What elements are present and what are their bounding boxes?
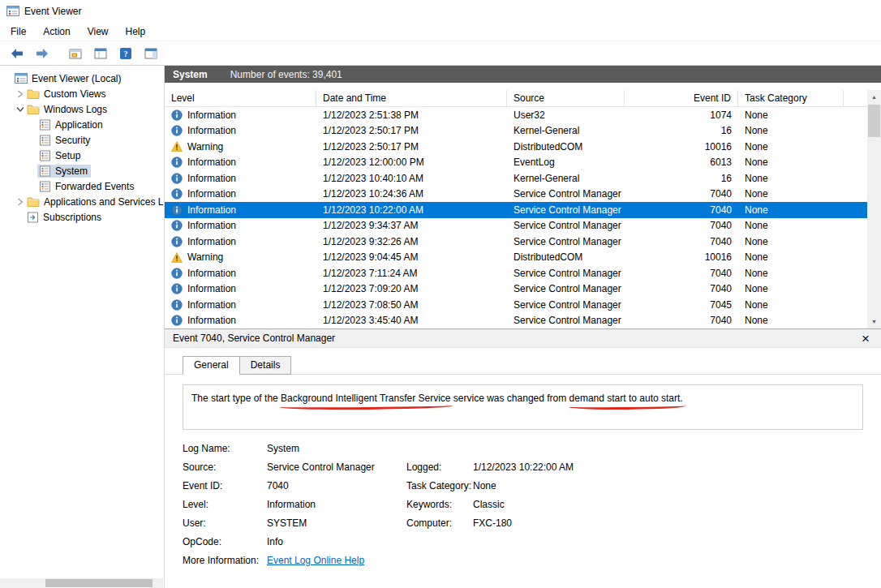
filler-cell	[844, 170, 867, 187]
menu-view[interactable]: View	[88, 26, 109, 37]
source-cell: Service Control Manager	[507, 234, 625, 250]
source-cell: EventLog	[507, 155, 625, 171]
sidebar-item-custom-views[interactable]: Custom Views	[0, 86, 164, 101]
tree-node: Applications and Services Lo	[25, 195, 165, 208]
event-id-cell: 7040	[625, 265, 738, 281]
event-row[interactable]: Information1/12/2023 9:32:26 AMService C…	[165, 234, 867, 250]
chevron-collapsed-icon[interactable]	[15, 198, 25, 206]
tab-details[interactable]: Details	[240, 356, 292, 375]
sidebar-item-windows-logs[interactable]: Windows Logs	[0, 101, 164, 117]
sidebar-item-system[interactable]: System	[0, 163, 164, 178]
log-icon	[39, 181, 51, 192]
tree-node: Event Viewer (Local)	[13, 71, 125, 85]
event-row[interactable]: Information1/12/2023 10:40:10 AMKernel-G…	[165, 170, 867, 187]
tree-node: Forwarded Events	[37, 180, 137, 193]
tree-item-label: Custom Views	[44, 88, 105, 100]
svg-text:?: ?	[124, 49, 128, 58]
filler-cell	[844, 123, 867, 139]
sidebar-item-subscriptions[interactable]: Subscriptions	[0, 209, 164, 225]
level-text: Information	[187, 236, 236, 247]
source-cell: Kernel-General	[507, 123, 625, 139]
sidebar-item-setup[interactable]: Setup	[0, 148, 164, 163]
folder-icon	[27, 104, 40, 114]
sidebar-item-security[interactable]: Security	[0, 132, 164, 148]
filler-cell	[844, 187, 867, 203]
menu-file[interactable]: File	[11, 26, 26, 37]
event-id-cell: 10016	[625, 139, 738, 155]
close-button[interactable]	[860, 332, 871, 346]
scroll-up-icon[interactable]	[867, 90, 881, 104]
message-text: The start type of the	[191, 393, 281, 404]
filler-cell	[844, 265, 867, 281]
action-pane-button[interactable]	[141, 44, 161, 63]
sidebar-item-forwarded-events[interactable]: Forwarded Events	[0, 178, 164, 194]
level-text: Information	[187, 299, 236, 311]
sidebar-item-application[interactable]: Application	[0, 117, 164, 132]
tree-node: Setup	[37, 149, 84, 162]
console-window-icon	[69, 48, 82, 59]
field-value: Service Control Manager	[267, 461, 406, 473]
event-row[interactable]: Warning1/12/2023 9:04:45 AMDistributedCO…	[165, 250, 867, 266]
tab-general[interactable]: General	[183, 356, 240, 375]
sidebar: Event Viewer (Local)Custom ViewsWindows …	[0, 66, 165, 588]
sidebar-item-applications-and-services-lo[interactable]: Applications and Services Lo	[0, 194, 164, 209]
scroll-down-icon[interactable]	[867, 315, 881, 328]
column-header-source[interactable]: Source	[507, 90, 625, 106]
help-button[interactable]: ?	[116, 44, 135, 63]
column-header-task-category[interactable]: Task Category	[738, 90, 844, 106]
event-row[interactable]: Information1/12/2023 7:11:24 AMService C…	[165, 265, 867, 281]
event-message: The start type of the Background Intelli…	[183, 384, 863, 430]
close-icon	[862, 332, 870, 346]
date-cell: 1/12/2023 2:50:17 PM	[316, 123, 507, 139]
console-window-button[interactable]	[66, 44, 85, 63]
field-label: OpCode:	[183, 536, 267, 547]
scrollbar-thumb[interactable]	[45, 579, 153, 587]
event-row[interactable]: Information1/12/2023 2:50:17 PMKernel-Ge…	[165, 123, 867, 139]
event-row[interactable]: Information1/12/2023 3:45:40 AMService C…	[165, 313, 867, 329]
event-row[interactable]: Information1/12/2023 7:09:20 AMService C…	[165, 281, 867, 298]
event-row[interactable]: Information1/12/2023 10:24:36 AMService …	[165, 187, 867, 203]
information-icon	[171, 157, 183, 168]
event-row[interactable]: Warning1/12/2023 2:50:17 PMDistributedCO…	[165, 139, 867, 155]
task-category-cell: None	[738, 250, 844, 266]
event-row[interactable]: Information1/12/2023 12:00:00 PMEventLog…	[165, 155, 867, 171]
menu-action[interactable]: Action	[43, 26, 70, 37]
column-header-event-id[interactable]: Event ID	[625, 90, 738, 106]
forward-button[interactable]	[32, 44, 52, 63]
level-cell: Information	[165, 297, 316, 313]
level-text: Warning	[187, 141, 223, 152]
event-id-cell: 6013	[625, 155, 738, 171]
event-row[interactable]: Information1/12/2023 7:08:50 AMService C…	[165, 297, 867, 313]
back-button[interactable]	[7, 44, 27, 63]
filler-cell	[844, 155, 867, 171]
action-pane-icon	[144, 48, 157, 59]
level-cell: Information	[165, 313, 316, 329]
menu-bar: FileActionViewHelp	[0, 22, 881, 41]
information-icon	[171, 236, 183, 247]
source-cell: Service Control Manager	[507, 218, 625, 234]
sidebar-horizontal-scrollbar[interactable]	[0, 578, 163, 588]
event-row[interactable]: Information1/12/2023 2:51:38 PMUser32107…	[165, 107, 867, 123]
chevron-collapsed-icon[interactable]	[15, 90, 25, 98]
scrollbar-thumb[interactable]	[868, 105, 880, 137]
console-tree-icon	[94, 48, 107, 59]
chevron-expanded-icon[interactable]	[15, 106, 25, 113]
event-row[interactable]: Information1/12/2023 10:22:00 AMService …	[165, 202, 867, 218]
tree-item-label: Subscriptions	[43, 212, 101, 223]
information-icon	[171, 125, 183, 136]
console-tree-button[interactable]	[91, 44, 110, 63]
subscription-icon	[27, 212, 39, 223]
table-vertical-scrollbar[interactable]	[867, 90, 881, 328]
date-cell: 1/12/2023 10:24:36 AM	[316, 187, 507, 203]
menu-help[interactable]: Help	[126, 26, 146, 37]
field-value: Info	[267, 536, 406, 547]
event-log-online-help-link[interactable]: Event Log Online Help	[267, 555, 406, 566]
details-panel: Event 7040, Service Control Manager Gene…	[165, 328, 881, 588]
sidebar-item-event-viewer-local[interactable]: Event Viewer (Local)	[0, 71, 164, 86]
information-icon	[171, 204, 183, 216]
column-header-date-and-time[interactable]: Date and Time	[316, 90, 507, 106]
source-cell: Service Control Manager	[507, 265, 625, 281]
event-row[interactable]: Information1/12/2023 9:34:37 AMService C…	[165, 218, 867, 234]
column-header-level[interactable]: Level	[165, 90, 316, 106]
event-id-cell: 16	[625, 123, 738, 139]
